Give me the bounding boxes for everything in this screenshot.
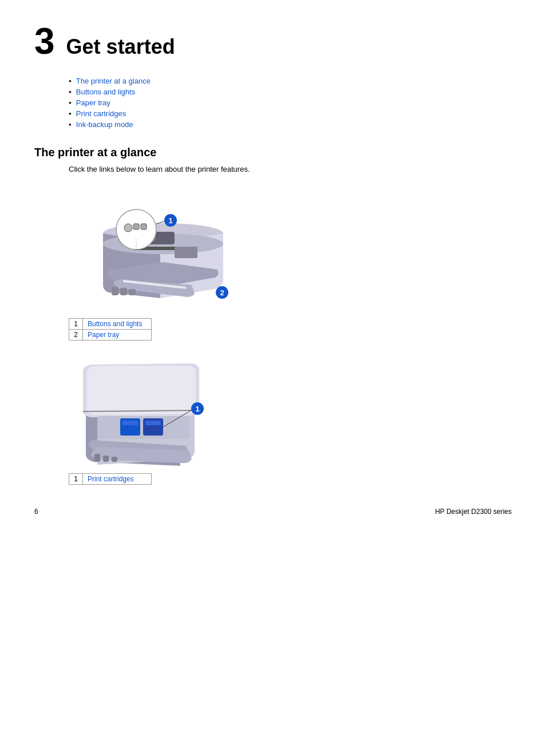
toc-link-4[interactable]: Print cartridges <box>76 109 126 118</box>
label-number-1: 1 <box>69 319 83 330</box>
svg-rect-12 <box>120 288 127 295</box>
section-heading-glance: The printer at a glance <box>34 146 512 159</box>
svg-rect-28 <box>122 421 138 425</box>
label-link-1[interactable]: Buttons and lights <box>83 319 152 330</box>
chapter-header: 3 Get started <box>34 23 512 60</box>
diagram-2-label-table: 1 Print cartridges <box>69 473 152 485</box>
diagram-2-container: 1 <box>69 354 229 468</box>
label-link-2[interactable]: Paper tray <box>83 330 152 341</box>
chapter-number: 3 <box>34 23 55 60</box>
diagram-1-container: 1 2 <box>69 185 246 312</box>
svg-text:1: 1 <box>168 216 172 225</box>
toc-item-2[interactable]: Buttons and lights <box>69 88 512 96</box>
label-number-2: 2 <box>69 330 83 341</box>
toc-item-4[interactable]: Print cartridges <box>69 109 512 118</box>
printer-diagram-2: 1 <box>69 354 229 466</box>
table-row: 2 Paper tray <box>69 330 152 341</box>
page-number: 6 <box>34 508 38 516</box>
svg-text:1: 1 <box>195 405 199 413</box>
toc-item-3[interactable]: Paper tray <box>69 98 512 107</box>
printer-diagram-1: 1 2 <box>69 185 246 311</box>
toc-link-1[interactable]: The printer at a glance <box>76 77 151 85</box>
table-row: 1 Print cartridges <box>69 474 152 485</box>
diagram-1-label-table: 1 Buttons and lights 2 Paper tray <box>69 318 152 341</box>
label-anchor-1b[interactable]: Print cartridges <box>88 475 134 483</box>
svg-rect-32 <box>112 457 117 462</box>
label-link-1b[interactable]: Print cartridges <box>83 474 152 485</box>
page: 3 Get started The printer at a glance Bu… <box>0 0 546 533</box>
svg-text:2: 2 <box>220 288 224 297</box>
toc-item-1[interactable]: The printer at a glance <box>69 77 512 85</box>
toc-link-5[interactable]: Ink-backup mode <box>76 120 133 129</box>
toc-link-3[interactable]: Paper tray <box>76 98 110 107</box>
toc-item-5[interactable]: Ink-backup mode <box>69 120 512 129</box>
label-number-1b: 1 <box>69 474 83 485</box>
label-anchor-1[interactable]: Buttons and lights <box>88 320 142 328</box>
chapter-title: Get started <box>66 35 175 59</box>
svg-rect-17 <box>141 224 147 229</box>
svg-point-15 <box>124 224 132 232</box>
svg-rect-16 <box>133 224 139 229</box>
page-footer: 6 HP Deskjet D2300 series <box>34 508 512 516</box>
toc-link-2[interactable]: Buttons and lights <box>76 88 135 96</box>
svg-rect-13 <box>129 289 136 295</box>
label-anchor-2[interactable]: Paper tray <box>88 331 119 339</box>
svg-rect-11 <box>112 287 118 295</box>
product-name: HP Deskjet D2300 series <box>435 508 512 516</box>
table-row: 1 Buttons and lights <box>69 319 152 330</box>
svg-rect-10 <box>175 247 197 258</box>
svg-rect-29 <box>145 421 161 425</box>
svg-rect-31 <box>103 456 109 462</box>
section-intro: Click the links below to learn about the… <box>69 165 512 173</box>
svg-rect-30 <box>94 454 100 462</box>
toc-list: The printer at a glance Buttons and ligh… <box>69 77 512 129</box>
